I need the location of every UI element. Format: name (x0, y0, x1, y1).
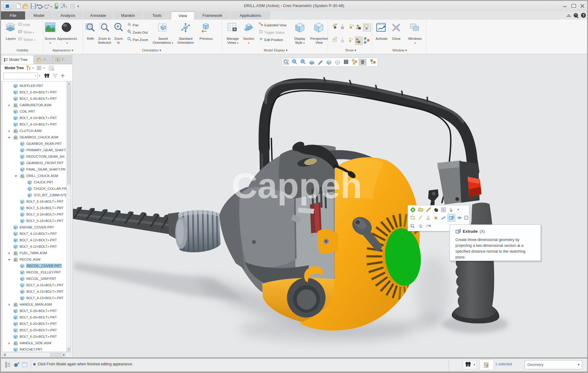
svg-text:▾: ▾ (458, 208, 459, 211)
svg-text:a: a (411, 225, 412, 227)
svg-text:?: ? (582, 13, 585, 17)
